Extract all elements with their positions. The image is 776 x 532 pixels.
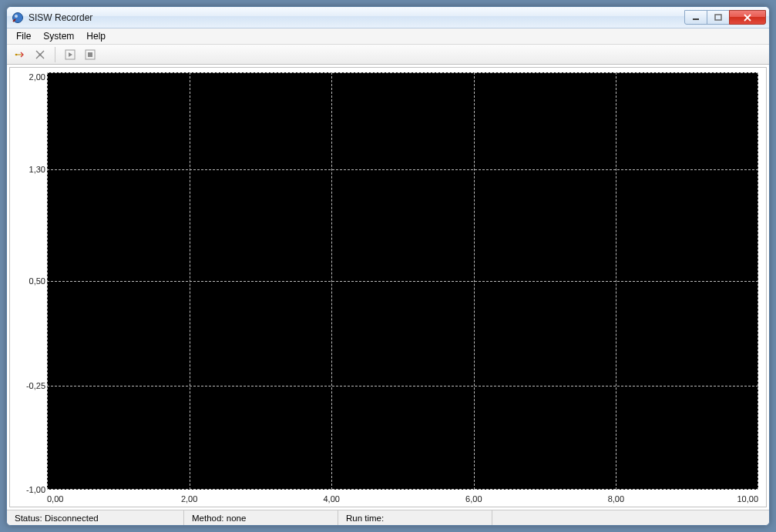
window-title: SISW Recorder xyxy=(29,12,685,23)
disconnect-button[interactable] xyxy=(32,46,49,63)
minimize-button[interactable] xyxy=(684,10,707,25)
status-connection-label: Status: xyxy=(15,514,42,523)
title-bar[interactable]: SISW Recorder xyxy=(7,7,769,28)
close-button[interactable] xyxy=(729,10,766,25)
svg-point-5 xyxy=(39,53,42,55)
grid-line-h xyxy=(47,489,758,490)
svg-rect-2 xyxy=(693,18,699,20)
svg-point-4 xyxy=(15,53,18,55)
grid-line-h xyxy=(47,386,758,386)
grid-line-h xyxy=(47,72,758,73)
y-tick-label: 1,30 xyxy=(15,165,45,174)
x-tick-label: 2,00 xyxy=(181,494,197,504)
svg-point-1 xyxy=(15,15,18,18)
menu-system[interactable]: System xyxy=(37,28,80,44)
stop-icon xyxy=(84,49,96,61)
x-tick-label: 8,00 xyxy=(608,494,624,504)
plot-area[interactable] xyxy=(47,72,758,490)
menu-help[interactable]: Help xyxy=(80,28,112,44)
window-controls xyxy=(685,10,766,25)
maximize-icon xyxy=(714,14,722,22)
y-tick-label: 0,50 xyxy=(15,276,45,286)
status-connection: Status: Disconnected xyxy=(7,510,184,525)
x-tick-label: 4,00 xyxy=(323,494,339,504)
status-connection-value: Disconnected xyxy=(45,514,99,523)
svg-rect-8 xyxy=(88,52,92,57)
x-tick-label: 6,00 xyxy=(465,494,482,504)
connect-icon xyxy=(14,49,26,61)
play-icon xyxy=(64,49,76,61)
status-spacer xyxy=(492,510,769,525)
y-tick-label: -1,00 xyxy=(15,485,45,494)
menu-bar: File System Help xyxy=(7,28,769,45)
y-tick-label: -0,25 xyxy=(15,381,45,390)
play-button[interactable] xyxy=(62,46,79,63)
minimize-icon xyxy=(692,14,700,22)
app-icon xyxy=(12,12,24,24)
disconnect-icon xyxy=(34,49,46,61)
status-method: Method: none xyxy=(184,510,338,525)
x-tick-label: 0,00 xyxy=(47,494,63,504)
toolbar xyxy=(7,45,769,65)
stop-button[interactable] xyxy=(82,46,99,63)
grid-line-h xyxy=(47,281,758,282)
close-icon xyxy=(743,14,752,22)
app-window: SISW Recorder File System Help xyxy=(6,6,770,526)
menu-file[interactable]: File xyxy=(10,28,37,44)
toolbar-separator xyxy=(55,47,55,62)
plot-container: 2,00 1,30 0,50 -0,25 -1,00 0,00 2,00 4,0… xyxy=(9,67,767,507)
grid-line-h xyxy=(47,169,758,170)
maximize-button[interactable] xyxy=(707,10,730,25)
status-runtime: Run time: xyxy=(338,510,492,525)
status-bar: Status: Disconnected Method: none Run ti… xyxy=(7,510,769,525)
y-tick-label: 2,00 xyxy=(15,72,45,82)
x-tick-label: 10,00 xyxy=(737,494,758,504)
status-runtime-label: Run time: xyxy=(346,514,384,523)
status-method-label: Method: xyxy=(192,514,224,523)
svg-rect-3 xyxy=(715,15,721,20)
status-method-value: none xyxy=(227,514,247,523)
connect-button[interactable] xyxy=(12,46,29,63)
